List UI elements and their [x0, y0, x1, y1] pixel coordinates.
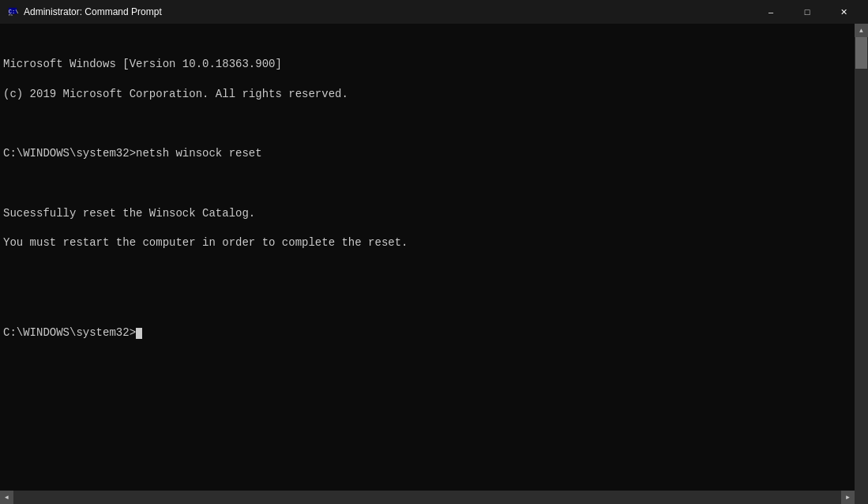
terminal-line: Microsoft Windows [Version 10.0.18363.90…: [3, 57, 851, 72]
terminal-line: [3, 176, 851, 191]
scrollbar-thumb[interactable]: [855, 37, 867, 69]
scroll-left-button[interactable]: ◄: [0, 491, 13, 504]
terminal-line: (c) 2019 Microsoft Corporation. All righ…: [3, 87, 851, 102]
terminal-body: Microsoft Windows [Version 10.0.18363.90…: [0, 24, 868, 504]
cmd-icon: C:\ PS: [6, 6, 19, 18]
h-scrollbar-track[interactable]: [13, 491, 841, 504]
title-bar: C:\ PS Administrator: Command Prompt – □…: [0, 0, 868, 24]
window-title: Administrator: Command Prompt: [24, 6, 162, 17]
vertical-scrollbar[interactable]: ▲ ▼: [855, 24, 868, 504]
scrollbar-track[interactable]: [855, 37, 868, 491]
horizontal-scrollbar: ◄ ►: [0, 491, 868, 504]
scroll-up-button[interactable]: ▲: [855, 24, 868, 37]
terminal-prompt: C:\WINDOWS\system32>: [3, 325, 851, 340]
terminal-line: [3, 265, 851, 280]
scroll-right-button[interactable]: ►: [841, 491, 855, 504]
terminal-content[interactable]: Microsoft Windows [Version 10.0.18363.90…: [0, 24, 855, 504]
cursor: [136, 328, 142, 339]
restore-button[interactable]: □: [789, 0, 825, 24]
terminal-line: [3, 295, 851, 310]
terminal-line: Sucessfully reset the Winsock Catalog.: [3, 206, 851, 221]
terminal-line: You must restart the computer in order t…: [3, 235, 851, 250]
scrollbar-corner: [855, 491, 868, 504]
title-bar-controls: – □ ✕: [753, 0, 862, 24]
terminal-line: [3, 116, 851, 131]
terminal-line: C:\WINDOWS\system32>netsh winsock reset: [3, 146, 851, 161]
minimize-button[interactable]: –: [753, 0, 789, 24]
close-button[interactable]: ✕: [825, 0, 862, 24]
title-bar-left: C:\ PS Administrator: Command Prompt: [6, 6, 162, 18]
svg-text:PS: PS: [9, 13, 13, 17]
